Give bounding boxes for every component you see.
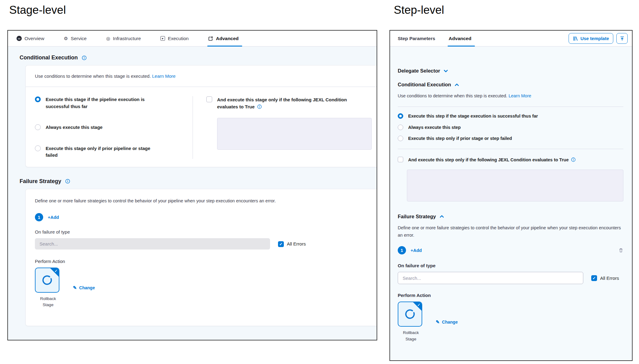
learn-more-link[interactable]: Learn More bbox=[152, 73, 176, 79]
strategy-count-badge[interactable]: 1 bbox=[35, 213, 43, 221]
selected-check-icon: ✓ bbox=[417, 303, 420, 307]
tab-advanced-label: Advanced bbox=[216, 36, 239, 41]
add-strategy-button[interactable]: +Add bbox=[48, 215, 59, 220]
strategy-count-badge[interactable]: 1 bbox=[398, 246, 406, 254]
conditional-execution-description: Use conditions to determine when this st… bbox=[398, 92, 623, 100]
conditional-execution-toggle[interactable]: Conditional Execution bbox=[398, 82, 623, 88]
radio-option-always[interactable]: Always execute this step bbox=[398, 124, 623, 131]
jexl-condition-input[interactable] bbox=[407, 170, 623, 201]
failure-strategy-description: Define one or more failure strategies to… bbox=[35, 197, 372, 205]
radio-option-failed-label: Execute this step only if prior stage or… bbox=[408, 135, 512, 142]
conditional-execution-description-text: Use conditions to determine when this st… bbox=[398, 93, 507, 98]
tab-advanced-label: Advanced bbox=[449, 36, 471, 41]
jexl-label-text: And execute this step only if the follow… bbox=[408, 157, 569, 162]
step-condition-radio-group: Execute this step if the stage execution… bbox=[398, 113, 623, 142]
failure-strategy-heading: Failure Strategy bbox=[20, 178, 377, 185]
chevron-up-icon bbox=[455, 83, 459, 86]
jexl-checkbox-row[interactable]: And execute this stage only if the follo… bbox=[206, 96, 372, 111]
chevron-up-icon bbox=[440, 215, 444, 218]
info-icon[interactable] bbox=[65, 179, 70, 184]
tab-infrastructure-label: Infrastructure bbox=[113, 36, 141, 41]
failure-strategy-toggle[interactable]: Failure Strategy bbox=[398, 214, 623, 220]
info-icon[interactable] bbox=[571, 157, 576, 162]
failure-strategy-heading-label: Failure Strategy bbox=[20, 178, 61, 185]
radio-option-success-label: Execute this step if the stage execution… bbox=[408, 113, 538, 120]
tab-overview[interactable]: ∞ Overview bbox=[17, 31, 44, 46]
all-errors-checkbox-row[interactable]: ✓ All Errors bbox=[278, 241, 306, 247]
jexl-checkbox-row[interactable]: And execute this step only if the follow… bbox=[398, 156, 623, 163]
jexl-condition-input[interactable] bbox=[217, 118, 372, 150]
gear-icon: ⚙ bbox=[64, 36, 68, 41]
infrastructure-icon: ◎ bbox=[106, 36, 110, 41]
rollback-stage-tile[interactable]: ✓ bbox=[35, 268, 59, 293]
divider bbox=[398, 149, 623, 149]
radio-option-success[interactable]: Execute this step if the stage execution… bbox=[398, 113, 623, 120]
jexl-checkbox[interactable] bbox=[398, 157, 403, 162]
perform-action-label: Perform Action bbox=[35, 259, 372, 264]
stage-tabbar: ∞ Overview ⚙ Service ◎ Infrastructure ▶ … bbox=[8, 31, 377, 47]
change-action-link[interactable]: ✎ Change bbox=[436, 319, 458, 325]
radio-icon[interactable] bbox=[398, 136, 403, 141]
conditional-execution-description: Use conditions to determine when this st… bbox=[35, 73, 372, 79]
radio-option-success-label: Execute this stage if the pipeline execu… bbox=[46, 96, 153, 110]
info-icon[interactable] bbox=[82, 55, 87, 60]
failure-type-row: ✓ All Errors bbox=[398, 272, 623, 284]
use-template-button[interactable]: Use template bbox=[569, 33, 613, 44]
radio-icon[interactable] bbox=[398, 125, 403, 130]
change-action-link[interactable]: ✎ Change bbox=[73, 285, 95, 291]
add-strategy-button[interactable]: +Add bbox=[411, 248, 422, 253]
all-errors-checkbox[interactable]: ✓ bbox=[591, 275, 597, 281]
conditional-execution-description-text: Use conditions to determine when this st… bbox=[35, 73, 151, 79]
conditional-execution-columns: Execute this stage if the pipeline execu… bbox=[35, 96, 372, 159]
radio-option-failed[interactable]: Execute this step only if prior stage or… bbox=[398, 135, 623, 142]
selected-action-name: Rollback Stage bbox=[398, 330, 424, 342]
tab-overview-label: Overview bbox=[24, 36, 44, 41]
upload-icon bbox=[620, 36, 625, 41]
all-errors-checkbox-row[interactable]: ✓ All Errors bbox=[591, 275, 619, 281]
advanced-icon bbox=[208, 36, 213, 41]
info-icon[interactable] bbox=[257, 104, 262, 109]
overview-icon: ∞ bbox=[17, 36, 22, 41]
failure-type-search-input[interactable] bbox=[398, 272, 583, 284]
all-errors-checkbox[interactable]: ✓ bbox=[278, 241, 284, 247]
divider bbox=[26, 87, 377, 87]
template-library-icon bbox=[573, 36, 578, 41]
delegate-selector-toggle[interactable]: Delegate Selector bbox=[398, 68, 623, 74]
tab-execution-label: Execution bbox=[168, 36, 189, 41]
stage-panel: ∞ Overview ⚙ Service ◎ Infrastructure ▶ … bbox=[7, 30, 377, 340]
radio-selected-icon[interactable] bbox=[398, 113, 403, 119]
delete-strategy-icon[interactable] bbox=[618, 248, 623, 253]
tab-infrastructure[interactable]: ◎ Infrastructure bbox=[106, 31, 141, 46]
chevron-down-icon bbox=[444, 69, 448, 73]
failure-type-row: ✓ All Errors bbox=[35, 238, 372, 250]
perform-action-row: ✓ Rollback Stage ✎ Change bbox=[398, 302, 623, 342]
header-buttons: Use template bbox=[569, 33, 628, 44]
tab-execution[interactable]: ▶ Execution bbox=[160, 31, 189, 46]
step-panel-body: Delegate Selector Conditional Execution … bbox=[390, 47, 632, 360]
stage-panel-body: Conditional Execution Use conditions to … bbox=[8, 47, 377, 340]
strategy-badge-row: 1 +Add bbox=[398, 246, 623, 254]
radio-icon[interactable] bbox=[35, 145, 41, 151]
selected-action-name: Rollback Stage bbox=[35, 296, 61, 308]
stage-level-title: Stage-level bbox=[9, 4, 66, 17]
jexl-checkbox[interactable] bbox=[206, 96, 212, 102]
failure-type-search-input[interactable] bbox=[35, 238, 270, 250]
change-action-label: Change bbox=[442, 320, 458, 325]
radio-icon[interactable] bbox=[35, 124, 41, 130]
learn-more-link[interactable]: Learn More bbox=[509, 93, 531, 98]
radio-selected-icon[interactable] bbox=[35, 96, 41, 102]
perform-action-row: ✓ Rollback Stage ✎ Change bbox=[35, 268, 372, 308]
radio-option-success[interactable]: Execute this stage if the pipeline execu… bbox=[35, 96, 193, 110]
jexl-label: And execute this stage only if the follo… bbox=[217, 96, 367, 111]
stage-condition-radio-group: Execute this stage if the pipeline execu… bbox=[35, 96, 193, 159]
tab-service[interactable]: ⚙ Service bbox=[64, 31, 87, 46]
rollback-stage-tile[interactable]: ✓ bbox=[398, 302, 422, 327]
radio-option-always[interactable]: Always execute this stage bbox=[35, 124, 193, 131]
jexl-label: And execute this step only if the follow… bbox=[408, 156, 576, 163]
radio-option-failed[interactable]: Execute this stage only if prior pipelin… bbox=[35, 145, 193, 159]
tab-step-parameters[interactable]: Step Parameters bbox=[398, 31, 435, 46]
radio-option-failed-label: Execute this stage only if prior pipelin… bbox=[46, 145, 153, 159]
upload-button[interactable] bbox=[616, 33, 628, 44]
tab-advanced[interactable]: Advanced bbox=[449, 31, 471, 46]
tab-advanced[interactable]: Advanced bbox=[208, 31, 239, 46]
